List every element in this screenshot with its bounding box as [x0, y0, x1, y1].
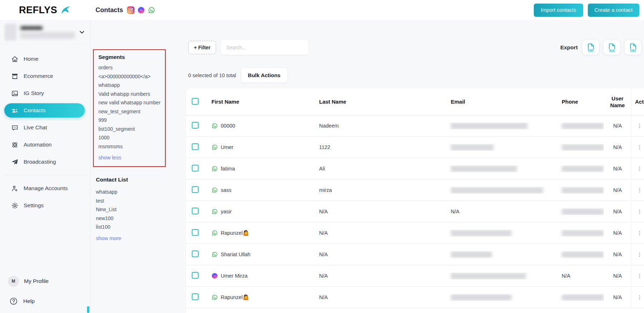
phone-redacted	[562, 187, 604, 194]
column-last-name[interactable]: Last Name	[315, 99, 441, 105]
filter-button[interactable]: + Filter	[188, 41, 216, 54]
user-name: N/A	[613, 294, 622, 300]
segment-item[interactable]: new_test_segment	[98, 107, 162, 116]
last-name: N/A	[319, 252, 328, 257]
topbar: REFLYS Contacts Import contacts Create a…	[0, 0, 644, 20]
search-input[interactable]	[221, 40, 308, 55]
table-row: sass mirza N/A	[186, 180, 644, 201]
sidebar-item-contacts[interactable]: Contacts	[4, 103, 85, 118]
email-redacted	[451, 144, 494, 151]
user-name: N/A	[613, 209, 622, 214]
create-contact-button[interactable]: Create a contact	[588, 4, 639, 17]
menu-icon	[11, 158, 19, 166]
row-checkbox[interactable]	[192, 208, 199, 214]
sidebar-menu: Home Ecommerce IG Story Contacts Live Ch…	[0, 44, 90, 170]
whatsapp-icon[interactable]	[148, 6, 155, 14]
segment-item[interactable]: 1000	[98, 133, 162, 142]
segment-item[interactable]: <a>000000000000</a>	[98, 72, 162, 81]
segment-item[interactable]: 999	[98, 116, 162, 125]
export-label: Export	[560, 44, 578, 51]
whatsapp-icon	[211, 187, 218, 193]
sidebar-item-settings[interactable]: Settings	[0, 197, 90, 214]
brand-logo[interactable]: REFLYS	[0, 5, 91, 16]
row-actions-kebab-icon[interactable]	[636, 273, 643, 279]
table-row: Umer 1122 N/A	[186, 137, 644, 158]
phone-redacted	[562, 165, 604, 172]
import-contacts-button[interactable]: Import contacts	[534, 4, 583, 17]
my-profile-button[interactable]: M My Profile	[0, 273, 90, 289]
row-checkbox[interactable]	[192, 186, 199, 193]
row-actions-kebab-icon[interactable]	[636, 230, 643, 236]
user-name: N/A	[613, 252, 622, 257]
select-all-checkbox[interactable]	[192, 98, 199, 105]
last-name: N/A	[319, 273, 328, 279]
row-checkbox[interactable]	[192, 293, 199, 300]
contact-list-item[interactable]: test	[96, 197, 167, 205]
export-group: Export PDF XLS CSV	[560, 40, 641, 55]
bulk-actions-button[interactable]: Bulk Actions	[241, 68, 287, 83]
sidebar-item-manage-accounts[interactable]: Manage Accounts	[0, 180, 90, 197]
row-actions-kebab-icon[interactable]	[636, 209, 643, 215]
segment-item[interactable]: Valid whatspp numbers	[98, 90, 162, 99]
table-row: Rapunzel🤷 N/A N/A	[186, 223, 644, 244]
email-redacted	[451, 251, 492, 258]
segment-item[interactable]: msmmsms	[98, 142, 162, 151]
table-body: 00000 Nadeem N/A Umer 1122 N	[186, 115, 644, 308]
whatsapp-icon	[211, 294, 218, 300]
row-checkbox[interactable]	[192, 250, 199, 257]
contact-list-item[interactable]: New_List	[96, 205, 167, 214]
chevron-down-icon[interactable]	[78, 29, 86, 36]
column-email[interactable]: Email	[441, 99, 552, 105]
instagram-icon[interactable]	[127, 6, 135, 14]
row-checkbox[interactable]	[192, 122, 199, 129]
segment-item[interactable]: orders	[98, 63, 162, 72]
row-checkbox[interactable]	[192, 143, 199, 150]
sidebar-item-ecommerce[interactable]: Ecommerce	[0, 68, 90, 85]
contact-list-item[interactable]: whatsapp	[96, 188, 167, 197]
row-actions-kebab-icon[interactable]	[636, 252, 643, 258]
row-checkbox[interactable]	[192, 272, 199, 279]
phone-redacted	[562, 251, 604, 258]
column-user-name[interactable]: User Name	[604, 95, 631, 109]
column-first-name[interactable]: First Name	[209, 99, 315, 105]
show-less-link[interactable]: show less	[98, 155, 121, 160]
sidebar-item-broadcasting[interactable]: Broadcasting	[0, 153, 90, 170]
contact-list-item[interactable]: new100	[96, 214, 167, 223]
contact-list-item[interactable]: list100	[96, 223, 167, 232]
help-button[interactable]: Help	[0, 293, 90, 309]
email-redacted	[451, 230, 512, 237]
sidebar-item-automation[interactable]: Automation	[0, 136, 90, 153]
whatsapp-icon	[211, 123, 218, 129]
menu-icon	[11, 90, 19, 97]
sidebar-scrollbar-thumb[interactable]	[87, 306, 89, 313]
segment-item[interactable]: new valid whatsapp number	[98, 98, 162, 107]
whatsapp-icon	[211, 144, 218, 150]
user-name: N/A	[613, 273, 622, 279]
column-phone[interactable]: Phone	[552, 99, 604, 105]
segment-item[interactable]: list100_segment	[98, 125, 162, 134]
show-more-link[interactable]: show more	[96, 235, 121, 241]
export-xls-button[interactable]: XLS	[604, 40, 620, 55]
row-checkbox[interactable]	[192, 229, 199, 236]
sidebar-item-live-chat[interactable]: Live Chat	[0, 119, 90, 136]
row-checkbox[interactable]	[192, 165, 199, 172]
contact-list-title: Contact List	[96, 177, 167, 183]
messenger-icon[interactable]	[137, 6, 145, 14]
segments-title: Segments	[98, 54, 162, 60]
user-name: N/A	[613, 187, 622, 193]
export-csv-button[interactable]: CSV	[625, 40, 641, 55]
segment-item[interactable]: whatsapp	[98, 81, 162, 90]
account-switcher[interactable]	[0, 20, 90, 44]
export-pdf-button[interactable]: PDF	[582, 40, 599, 55]
row-actions-kebab-icon[interactable]	[636, 294, 643, 300]
first-name: 00000	[221, 123, 235, 129]
row-actions-kebab-icon[interactable]	[636, 144, 643, 150]
user-name: N/A	[613, 230, 622, 236]
sidebar-item-ig-story[interactable]: IG Story	[0, 85, 90, 102]
row-actions-kebab-icon[interactable]	[636, 187, 643, 193]
lists-panel: Segments orders<a>000000000000</a>whatsa…	[91, 20, 186, 313]
row-actions-kebab-icon[interactable]	[636, 123, 643, 129]
row-actions-kebab-icon[interactable]	[636, 166, 643, 172]
last-name: Ali	[319, 166, 325, 172]
sidebar-item-home[interactable]: Home	[0, 50, 90, 68]
